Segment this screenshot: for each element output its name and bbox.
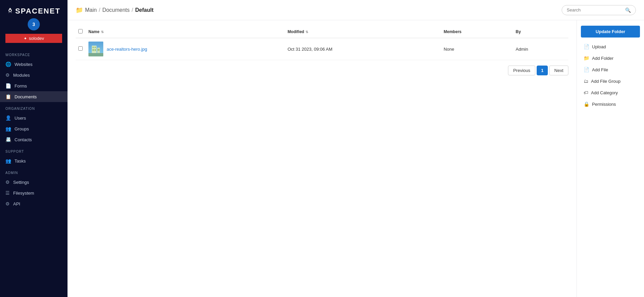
support-section-label: SUPPORT xyxy=(0,145,68,155)
update-folder-button[interactable]: Update Folder xyxy=(581,26,640,38)
settings-icon: ⚙ xyxy=(5,179,10,185)
select-all-checkbox[interactable] xyxy=(78,29,83,33)
action-upload-label: Upload xyxy=(592,44,606,49)
row-checkbox-cell xyxy=(76,38,86,60)
svg-rect-8 xyxy=(98,49,100,51)
sidebar-item-users[interactable]: 👤 Users xyxy=(0,113,68,123)
row-by: Admin xyxy=(516,47,528,52)
search-box: 🔍 xyxy=(562,5,636,15)
svg-rect-4 xyxy=(95,49,96,51)
svg-rect-6 xyxy=(95,47,96,48)
pagination: Previous 1 Next xyxy=(76,60,568,75)
rocket-icon xyxy=(7,7,13,15)
row-modified: Oct 31 2023, 09:06 AM xyxy=(288,47,332,52)
breadcrumb-main[interactable]: Main xyxy=(85,7,97,13)
sidebar-item-groups[interactable]: 👥 Groups xyxy=(0,123,68,134)
action-upload[interactable]: 📄 Upload xyxy=(581,42,640,52)
forms-icon: 📄 xyxy=(5,83,11,89)
row-name-cell: ace-realtors-hero.jpg xyxy=(86,38,285,60)
svg-rect-3 xyxy=(92,49,94,51)
logo-badge: 3 xyxy=(28,18,40,30)
right-panel: Update Folder 📄 Upload 📁 Add Folder 📄 Ad… xyxy=(576,20,644,297)
search-input[interactable] xyxy=(567,7,622,13)
file-name[interactable]: ace-realtors-hero.jpg xyxy=(107,47,147,52)
sidebar-item-filesystem[interactable]: ☰ Filesystem xyxy=(0,188,68,198)
breadcrumb-current: Default xyxy=(135,7,154,13)
filesystem-icon: ☰ xyxy=(5,190,10,196)
row-modified-cell: Oct 31 2023, 09:06 AM xyxy=(285,38,441,60)
file-table: Name ⇅ Modified ⇅ Members xyxy=(76,26,568,60)
sidebar-item-contacts[interactable]: 📇 Contacts xyxy=(0,134,68,145)
logo-brand: ✦ solodev xyxy=(5,34,62,43)
col-modified: Modified ⇅ xyxy=(285,26,441,38)
api-icon: ⚙ xyxy=(5,201,10,206)
row-checkbox[interactable] xyxy=(78,46,83,51)
action-add-folder[interactable]: 📁 Add Folder xyxy=(581,53,640,63)
add-file-group-icon: 🗂 xyxy=(584,78,588,84)
sidebar-item-users-label: Users xyxy=(15,116,26,121)
action-add-file-label: Add File xyxy=(592,67,608,72)
brand-name: solodev xyxy=(29,36,44,41)
upload-icon: 📄 xyxy=(584,44,589,49)
file-table-body: ace-realtors-hero.jpg Oct 31 2023, 09:06… xyxy=(76,38,568,60)
breadcrumb: 📁 Main / Documents / Default xyxy=(76,6,154,14)
action-permissions-label: Permissions xyxy=(592,102,616,107)
sort-modified-icon[interactable]: ⇅ xyxy=(305,30,308,34)
sidebar-item-settings[interactable]: ⚙ Settings xyxy=(0,177,68,188)
sidebar-item-websites-label: Websites xyxy=(15,62,32,67)
sidebar-item-modules[interactable]: ⚙ Modules xyxy=(0,70,68,80)
name-cell: ace-realtors-hero.jpg xyxy=(88,42,282,56)
modules-icon: ⚙ xyxy=(5,72,10,78)
col-members: Members xyxy=(441,26,513,38)
add-folder-icon: 📁 xyxy=(584,55,589,61)
select-all-header xyxy=(76,26,86,38)
sidebar-item-documents-label: Documents xyxy=(15,94,37,99)
col-name: Name ⇅ xyxy=(86,26,285,38)
action-add-folder-label: Add Folder xyxy=(592,56,614,61)
content-area: Name ⇅ Modified ⇅ Members xyxy=(68,20,644,297)
row-by-cell: Admin xyxy=(513,38,568,60)
file-thumbnail xyxy=(88,42,103,56)
main-content: 📁 Main / Documents / Default 🔍 xyxy=(68,0,644,297)
documents-icon: 📋 xyxy=(5,94,11,99)
svg-rect-9 xyxy=(88,53,103,56)
users-icon: 👤 xyxy=(5,115,11,121)
logo-title: SPACENET xyxy=(15,7,60,16)
sidebar-item-tasks[interactable]: 👥 Tasks xyxy=(0,155,68,166)
sidebar-item-contacts-label: Contacts xyxy=(15,137,32,142)
sidebar-logo: SPACENET 3 ✦ solodev xyxy=(0,0,68,48)
col-name-label: Name xyxy=(88,29,100,34)
sidebar-item-forms-label: Forms xyxy=(15,83,27,89)
topbar: 📁 Main / Documents / Default 🔍 xyxy=(68,0,644,20)
breadcrumb-sep2: / xyxy=(132,7,133,13)
sidebar-item-api[interactable]: ⚙ API xyxy=(0,198,68,209)
action-permissions[interactable]: 🔒 Permissions xyxy=(581,99,640,109)
folder-icon: 📁 xyxy=(76,6,83,14)
table-row: ace-realtors-hero.jpg Oct 31 2023, 09:06… xyxy=(76,38,568,60)
sidebar-item-documents[interactable]: 📋 Documents xyxy=(0,91,68,102)
sidebar-item-forms[interactable]: 📄 Forms xyxy=(0,80,68,91)
sidebar-item-websites[interactable]: 🌐 Websites xyxy=(0,59,68,70)
action-add-file[interactable]: 📄 Add File xyxy=(581,65,640,75)
sidebar-item-groups-label: Groups xyxy=(15,126,29,131)
globe-icon: 🌐 xyxy=(5,61,11,67)
add-file-icon: 📄 xyxy=(584,67,589,72)
permissions-icon: 🔒 xyxy=(584,101,589,107)
current-page: 1 xyxy=(537,66,548,75)
action-add-file-group[interactable]: 🗂 Add File Group xyxy=(581,76,640,86)
previous-button[interactable]: Previous xyxy=(508,66,535,75)
next-button[interactable]: Next xyxy=(549,66,568,75)
sidebar-item-modules-label: Modules xyxy=(13,73,30,78)
sidebar-item-settings-label: Settings xyxy=(13,180,29,185)
sort-name-icon[interactable]: ⇅ xyxy=(101,30,104,34)
sidebar-item-tasks-label: Tasks xyxy=(15,158,26,164)
groups-icon: 👥 xyxy=(5,126,11,131)
file-thumb-img xyxy=(88,42,103,56)
action-add-file-group-label: Add File Group xyxy=(591,79,620,84)
search-icon: 🔍 xyxy=(625,7,631,13)
col-by: By xyxy=(513,26,568,38)
file-area: Name ⇅ Modified ⇅ Members xyxy=(68,20,576,297)
action-add-category[interactable]: 🏷 Add Category xyxy=(581,88,640,98)
breadcrumb-documents[interactable]: Documents xyxy=(102,7,130,13)
thumb-svg xyxy=(88,42,103,56)
